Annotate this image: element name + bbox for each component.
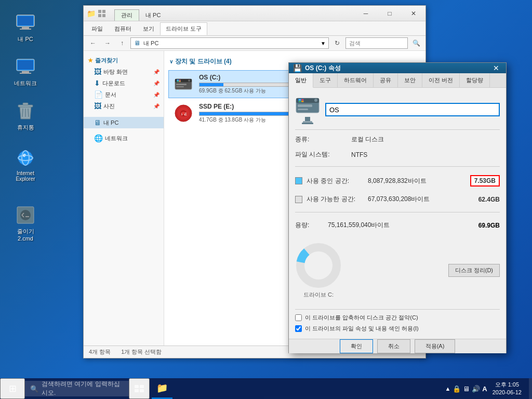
svg-point-27	[188, 79, 190, 82]
desktop-icon-ie[interactable]: e Internet Explorer	[7, 145, 44, 184]
properties-dialog: 💾 OS (C:) 속성 ✕ 일반 도구 하드웨어 공유 보안 이전 버전 할당…	[288, 62, 507, 353]
dialog-tab-sharing[interactable]: 공유	[374, 73, 398, 87]
sidebar-item-downloads[interactable]: ⬇ 다운로드 📌	[84, 77, 164, 89]
tray-speaker-icon[interactable]: 🔊	[472, 385, 480, 393]
tray-clock[interactable]: 오후 1:05 2020-06-12	[489, 381, 525, 397]
task-view-button[interactable]	[129, 378, 150, 399]
svg-rect-34	[179, 81, 181, 82]
nav-up-button[interactable]: ↑	[116, 37, 128, 49]
dialog-tabs: 일반 도구 하드웨어 공유 보안 이전 버전 할당량	[289, 73, 506, 88]
dialog-drive-icon: 💾	[293, 64, 302, 72]
search-button[interactable]: 🔍	[410, 37, 422, 49]
svg-rect-59	[140, 389, 144, 392]
svg-rect-28	[176, 84, 187, 85]
tray-network-icon[interactable]: 🖥	[463, 385, 470, 393]
ribbon-tab-view[interactable]: 보기	[137, 22, 160, 35]
title-tab-pc: 내 PC	[139, 9, 167, 21]
ok-button[interactable]: 확인	[340, 339, 373, 353]
sidebar-item-desktop[interactable]: 🖼 바탕 화면 📌	[84, 66, 164, 77]
svg-rect-10	[23, 103, 28, 105]
compress-checkbox[interactable]	[295, 314, 302, 321]
maximize-button[interactable]: □	[378, 6, 402, 21]
cancel-button[interactable]: 취소	[377, 339, 410, 353]
refresh-button[interactable]: ↻	[331, 37, 343, 49]
desktop-icon-my-pc[interactable]: 내 PC	[7, 10, 44, 45]
dialog-tab-hardware[interactable]: 하드웨어	[338, 73, 374, 87]
svg-rect-9	[18, 105, 33, 107]
tray-language-indicator[interactable]: A	[482, 385, 487, 393]
svg-rect-6	[18, 60, 33, 70]
svg-rect-8	[20, 73, 31, 74]
svg-rect-56	[135, 385, 139, 388]
desktop-icon-network[interactable]: 네트워크	[7, 55, 44, 89]
index-label: 이 드라이브의 파일 속성 및 내용 색인 허용(I)	[305, 325, 419, 332]
svg-rect-23	[98, 14, 101, 17]
favorites-header[interactable]: ★ 즐겨찾기	[84, 55, 164, 66]
sidebar-item-my-pc[interactable]: 🖥 내 PC	[84, 117, 164, 128]
dialog-tab-tools[interactable]: 도구	[313, 73, 338, 87]
tray-arrow-icon[interactable]: ▲	[445, 385, 450, 392]
sidebar-item-network[interactable]: 🌐 네트워크	[84, 132, 164, 144]
svg-rect-21	[98, 10, 101, 13]
svg-rect-48	[299, 101, 301, 102]
svg-point-55	[307, 254, 330, 277]
desktop-icon-recycle-bin[interactable]: 휴지통	[7, 99, 44, 134]
address-dropdown-button[interactable]: ▼	[318, 38, 328, 48]
svg-rect-22	[102, 10, 105, 13]
dialog-footer: 확인 취소 적용(A)	[289, 339, 506, 353]
taskbar-app-explorer[interactable]: 📁	[152, 378, 172, 399]
svg-point-42	[314, 99, 317, 102]
tray-lock-icon[interactable]: 🔒	[453, 385, 461, 393]
svg-rect-47	[301, 99, 304, 101]
sidebar-item-documents[interactable]: 📄 문서 📌	[84, 89, 164, 100]
svg-rect-31	[177, 80, 179, 81]
sidebar: ★ 즐겨찾기 🖼 바탕 화면 📌 ⬇ 다운로드 📌 📄 문서 📌	[84, 51, 164, 345]
minimize-button[interactable]: ─	[354, 6, 378, 21]
dialog-title: OS (C:) 속성	[305, 64, 341, 73]
ribbon-tab-manage[interactable]: 관리	[114, 9, 139, 21]
svg-rect-49	[301, 101, 304, 102]
sidebar-item-pictures[interactable]: 🖼 사진 📌	[84, 100, 164, 112]
drive-name-input[interactable]	[325, 103, 500, 116]
svg-rect-52	[302, 123, 313, 124]
svg-rect-43	[298, 104, 312, 107]
svg-rect-24	[102, 14, 105, 17]
address-text: 내 PC	[143, 39, 318, 47]
ribbon-area: 파일 컴퓨터 보기 드라이브 도구	[84, 21, 425, 36]
svg-rect-57	[140, 385, 144, 388]
dialog-tab-general[interactable]: 일반	[289, 73, 313, 88]
dialog-close-button[interactable]: ✕	[490, 63, 502, 73]
svg-line-11	[22, 109, 23, 117]
ribbon-tab-computer[interactable]: 컴퓨터	[109, 22, 137, 35]
compress-label: 이 드라이브를 압축하여 디스크 공간 절약(C)	[305, 314, 418, 322]
apply-button[interactable]: 적용(A)	[415, 339, 456, 353]
search-icon: 🔍	[30, 385, 38, 393]
start-button[interactable]: ⊞	[0, 378, 25, 399]
taskbar-search[interactable]: 🔍 검색하려면 여기에 입력하십시오.	[25, 381, 129, 396]
taskbar: ⊞ 🔍 검색하려면 여기에 입력하십시오. 📁 ▲ 🔒 🖥 🔊 A 오후 1:0…	[0, 378, 532, 399]
address-input-container: 🖥 내 PC ▼	[130, 37, 329, 49]
nav-back-button[interactable]: ←	[87, 37, 99, 49]
desktop-icon-cmd[interactable]: 줄이기2.cmd	[7, 203, 44, 244]
items-count: 4개 항목	[89, 348, 111, 356]
svg-rect-32	[179, 80, 181, 81]
show-desktop-button[interactable]	[529, 378, 532, 399]
dialog-tab-previous[interactable]: 이전 버전	[422, 73, 460, 87]
svg-line-13	[28, 109, 29, 117]
ribbon-tab-file[interactable]: 파일	[86, 22, 109, 35]
ribbon-tab-drive-tools[interactable]: 드라이브 도구	[160, 22, 207, 35]
nav-forward-button[interactable]: →	[101, 37, 114, 49]
close-button[interactable]: ✕	[402, 6, 425, 21]
search-input[interactable]	[345, 37, 408, 49]
index-checkbox[interactable]	[295, 325, 302, 332]
svg-rect-44	[298, 109, 308, 110]
dialog-tab-security[interactable]: 보안	[398, 73, 422, 87]
svg-rect-2	[18, 16, 33, 25]
svg-rect-29	[176, 86, 184, 87]
dialog-tab-quota[interactable]: 할당량	[460, 73, 490, 87]
svg-text:e: e	[23, 152, 26, 158]
svg-rect-4	[20, 29, 31, 30]
disk-clean-button[interactable]: 디스크 정리(D)	[448, 264, 500, 277]
svg-rect-58	[135, 389, 139, 392]
svg-rect-50	[305, 117, 310, 121]
